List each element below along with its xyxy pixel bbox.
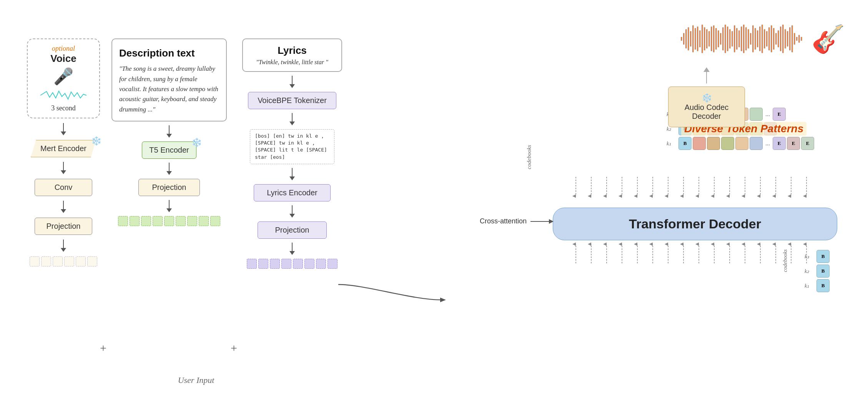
waveform-svg	[40, 90, 86, 101]
bottom-k2-label: k₂	[805, 268, 815, 275]
k1-row: k₁ B ... E E E	[667, 137, 814, 150]
k1-c5	[750, 137, 763, 150]
svg-rect-41	[775, 33, 777, 45]
conv-box: Conv	[35, 179, 92, 196]
voice-token-5	[76, 256, 86, 266]
svg-marker-54	[549, 219, 554, 224]
svg-rect-45	[785, 29, 786, 48]
cross-attention-label: Cross-attention	[480, 217, 527, 225]
voice-token-6	[87, 256, 97, 266]
svg-rect-42	[778, 30, 779, 47]
svg-rect-43	[780, 27, 782, 51]
voice-section: optional Voice 🎤 3 second Mert Encoder ❄…	[23, 38, 104, 266]
snowflake-t5: ❄️	[191, 138, 202, 148]
mert-encoder-box: Mert Encoder	[31, 140, 96, 157]
svg-rect-9	[702, 25, 703, 53]
plus-2: +	[231, 341, 237, 354]
arrow-encoder-proj	[289, 205, 295, 218]
k1-e3: E	[801, 137, 814, 150]
k3-e: E	[773, 108, 786, 121]
k1-c4	[735, 137, 748, 150]
description-box: Description text "The song is a sweet, d…	[111, 38, 227, 121]
musician-icon: 🎸	[811, 23, 845, 55]
description-text: "The song is a sweet, dreamy lullaby for…	[119, 64, 219, 115]
singer-icon: 🎤	[35, 67, 92, 86]
up-arrows-container	[553, 242, 822, 265]
svg-rect-6	[695, 28, 696, 50]
arrow-lyrproj-tokens	[289, 243, 295, 255]
svg-rect-31	[752, 25, 754, 52]
voice-token-1	[30, 256, 40, 266]
svg-rect-24	[736, 28, 738, 50]
svg-rect-12	[708, 31, 710, 47]
svg-rect-10	[704, 27, 705, 50]
svg-rect-19	[725, 25, 726, 53]
k3-c5	[750, 108, 763, 121]
cross-attention-section: Cross-attention	[480, 217, 554, 225]
lyrics-text: "Twinkle, twinkle, little star "	[250, 59, 334, 66]
svg-rect-4	[690, 31, 692, 47]
voicebpe-tokenizer-box: VoiceBPE Tokenizer	[248, 92, 336, 109]
svg-rect-16	[718, 30, 719, 47]
svg-rect-18	[722, 27, 724, 50]
bottom-k1-label: k₁	[805, 283, 815, 289]
k1-e1: E	[773, 137, 786, 150]
k1-c3	[721, 137, 734, 150]
lyr-token-8	[328, 259, 338, 269]
voice-box: optional Voice 🎤 3 second	[27, 38, 100, 118]
optional-label: optional	[35, 45, 92, 53]
arrow-t5proj-tokens	[111, 200, 227, 212]
svg-rect-11	[706, 29, 708, 48]
svg-rect-2	[685, 29, 687, 48]
bottom-k1-row: k₁ B	[805, 279, 830, 292]
svg-rect-38	[768, 27, 770, 50]
arrow-up-head	[703, 67, 710, 72]
svg-rect-14	[713, 25, 715, 52]
output-waveform	[681, 23, 804, 54]
lyr-token-2	[258, 259, 268, 269]
svg-rect-34	[759, 27, 761, 51]
svg-rect-15	[715, 28, 717, 50]
arrow-conv-proj	[61, 201, 66, 213]
codec-box: ❄️ Audio CodecDecoder	[668, 87, 745, 127]
lyrics-title: Lyrics	[250, 45, 334, 57]
svg-rect-26	[741, 27, 742, 51]
lyrics-encoder-box: Lyrics Encoder	[254, 184, 331, 201]
snowflake-mert: ❄️	[91, 136, 101, 146]
svg-rect-13	[711, 27, 712, 51]
codebooks-top-label: codebooks	[526, 145, 532, 169]
bottom-k2-row: k₂ B	[805, 265, 830, 278]
k1-c1	[693, 137, 706, 150]
svg-rect-3	[688, 27, 689, 50]
svg-rect-51	[798, 35, 800, 43]
desc-token-3	[141, 216, 151, 226]
svg-rect-50	[796, 37, 798, 41]
curved-arrow-svg	[334, 277, 450, 315]
desc-token-8	[199, 216, 209, 226]
voice-token-grid	[30, 256, 97, 266]
svg-rect-39	[771, 25, 772, 52]
cross-attention-arrow	[530, 218, 554, 225]
desc-token-1	[118, 216, 128, 226]
arrow-voice-mert	[61, 123, 66, 135]
lyrics-box: Lyrics "Twinkle, twinkle, little star "	[242, 38, 342, 72]
up-arrows-svg	[553, 242, 822, 265]
lyrics-token-grid	[247, 259, 338, 269]
svg-rect-36	[764, 29, 765, 48]
svg-rect-0	[681, 37, 682, 41]
svg-rect-52	[801, 37, 802, 41]
description-section: Description text "The song is a sweet, d…	[111, 38, 227, 226]
k1-c2	[707, 137, 720, 150]
svg-rect-20	[727, 27, 728, 51]
lyrics-section: Lyrics "Twinkle, twinkle, little star " …	[238, 38, 346, 269]
voice-token-4	[64, 256, 74, 266]
k1-label: k₁	[667, 140, 677, 147]
arrow-t5-proj	[111, 163, 227, 175]
svg-rect-22	[732, 31, 733, 47]
down-arrows-svg	[553, 175, 822, 198]
mert-encoder-container: Mert Encoder ❄️	[31, 140, 96, 157]
lyrics-projection-box: Projection	[258, 221, 327, 239]
k3-dots: ...	[765, 111, 770, 118]
svg-rect-49	[794, 33, 795, 45]
desc-token-6	[176, 216, 186, 226]
